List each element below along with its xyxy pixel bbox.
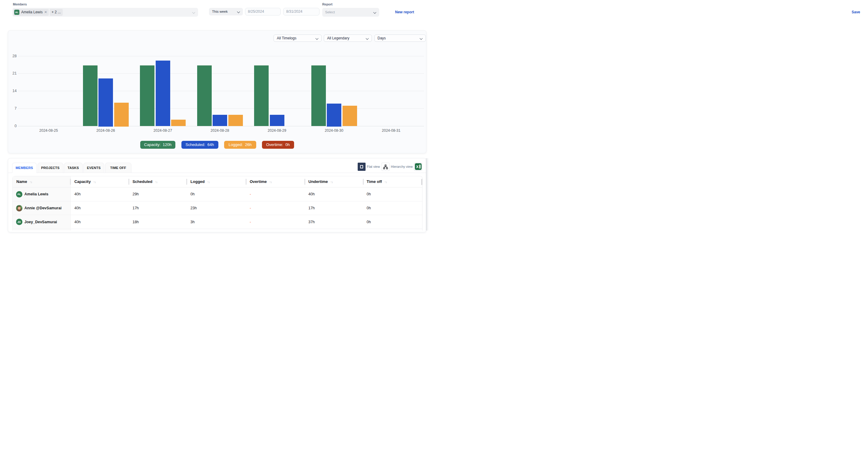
svg-text:X: X: [416, 165, 418, 169]
